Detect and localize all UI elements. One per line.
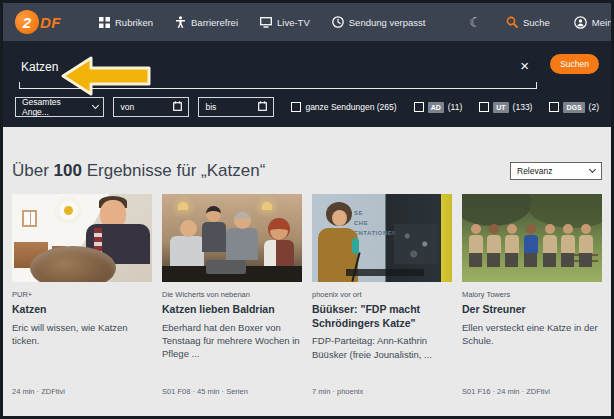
- thumbnail-art: [542, 224, 557, 270]
- card-meta: S01 F08 · 45 min · Serien: [162, 387, 302, 400]
- category-dropdown[interactable]: Gesamtes Ange...: [15, 97, 104, 117]
- dgs-badge: DGS: [563, 102, 584, 113]
- card-meta: 7 min · phoenix: [312, 387, 452, 400]
- thumbnail-art: [504, 224, 519, 270]
- nav-item-live-tv[interactable]: Live-TV: [260, 17, 310, 28]
- thumbnail-art: [468, 224, 483, 270]
- result-card[interactable]: PUR+ Katzen Eric will wissen, wie Katzen…: [12, 194, 152, 400]
- zdf-logo[interactable]: 2 DF: [15, 10, 61, 34]
- search-icon: [506, 16, 518, 28]
- thumbnail-art: [64, 206, 73, 215]
- checkbox-icon[interactable]: [414, 102, 424, 112]
- filter-count: (133): [513, 102, 533, 112]
- card-description: Eberhard hat den Boxer von Tenstaag für …: [162, 321, 302, 361]
- user-icon: [574, 16, 587, 29]
- nav-label: Barrierefrei: [191, 17, 238, 28]
- thumbnail-art: [560, 224, 575, 270]
- navbar-right: ☾ Suche Mein ZDF: [469, 15, 614, 29]
- search-input-underline[interactable]: [19, 82, 537, 89]
- nav-label: Rubriken: [115, 17, 153, 28]
- search-input[interactable]: Katzen: [21, 60, 58, 74]
- results-header: Über 100 Ergebnisse für „Katzen“ Relevan…: [12, 161, 602, 181]
- nav-label: Mein ZDF: [592, 17, 614, 28]
- thumbnail-art: [22, 210, 37, 227]
- search-submit-button[interactable]: Suchen: [550, 54, 599, 74]
- calendar-icon: [173, 101, 182, 113]
- filter-whole-shows[interactable]: ganze Sendungen (265): [291, 102, 396, 112]
- ut-badge: UT: [493, 102, 508, 113]
- category-dropdown-value: Gesamtes Ange...: [22, 97, 87, 117]
- thumbnail-art: [394, 224, 438, 264]
- card-thumbnail[interactable]: [162, 194, 302, 282]
- results-count: 100: [54, 161, 82, 180]
- date-from-field[interactable]: von: [113, 97, 189, 117]
- grid-icon: [99, 17, 110, 28]
- card-brand: Die Wicherts von nebenan: [162, 290, 302, 299]
- zdf-logo-circle: 2: [15, 10, 39, 34]
- thumbnail-art: [578, 224, 593, 270]
- result-card[interactable]: SE CHE ENTATIONEN phoenix vor ort Büükse…: [312, 194, 452, 400]
- annotation-arrow-icon: [61, 55, 153, 97]
- thumbnail-art: [346, 269, 424, 276]
- card-brand: phoenix vor ort: [312, 290, 452, 299]
- thumbnail-art: [528, 194, 602, 228]
- results-title-prefix: Über: [12, 161, 49, 180]
- filter-count: (2): [589, 102, 599, 112]
- date-to-placeholder: bis: [205, 102, 216, 112]
- checkbox-icon[interactable]: [479, 102, 489, 112]
- card-description: Eric will wissen, wie Katzen ticken.: [12, 321, 152, 348]
- card-brand: PUR+: [12, 290, 152, 299]
- nav-label: Suche: [523, 17, 550, 28]
- thumbnail-art: [262, 202, 272, 210]
- filter-count: (11): [448, 102, 463, 112]
- nav-item-mein-zdf[interactable]: Mein ZDF: [574, 16, 614, 29]
- moon-icon[interactable]: ☾: [469, 15, 482, 29]
- sort-dropdown-value: Relevanz: [517, 166, 552, 176]
- results-title-suffix: Ergebnisse für „Katzen“: [87, 161, 266, 180]
- card-title[interactable]: Katzen: [12, 303, 152, 317]
- card-thumbnail[interactable]: [12, 194, 152, 282]
- date-to-field[interactable]: bis: [198, 97, 274, 117]
- chevron-down-icon: [92, 102, 99, 109]
- thumbnail-art: [180, 220, 197, 237]
- thumbnail-art: [352, 238, 359, 254]
- checkbox-icon[interactable]: [291, 102, 301, 112]
- card-description: Ellen versteckt eine Katze in der Schule…: [462, 321, 602, 348]
- nav-item-rubriken[interactable]: Rubriken: [99, 17, 153, 28]
- results-grid: PUR+ Katzen Eric will wissen, wie Katzen…: [12, 194, 602, 400]
- nav-item-suche[interactable]: Suche: [506, 16, 550, 28]
- filter-ut[interactable]: UT (133): [479, 102, 532, 113]
- card-title[interactable]: Der Streuner: [462, 303, 602, 317]
- card-thumbnail[interactable]: SE CHE ENTATIONEN: [312, 194, 452, 282]
- thumbnail-art: [486, 224, 501, 270]
- nav-label: Sendung verpasst: [349, 17, 426, 28]
- card-meta: S01 F16 · 24 min · ZDFtivi: [462, 387, 602, 400]
- thumbnail-art: [30, 246, 116, 282]
- filter-label: ganze Sendungen (265): [305, 102, 396, 112]
- calendar-icon: [258, 101, 267, 113]
- filter-ad[interactable]: AD (11): [414, 102, 463, 113]
- date-from-placeholder: von: [120, 102, 134, 112]
- thumbnail-art: [270, 222, 288, 240]
- card-title[interactable]: Büükser: "FDP macht Schrödingers Katze": [312, 303, 452, 330]
- clear-search-icon[interactable]: ×: [520, 58, 529, 73]
- card-brand: Malory Towers: [462, 290, 602, 299]
- nav-item-sendung-verpasst[interactable]: Sendung verpasst: [332, 16, 426, 28]
- filter-dgs[interactable]: DGS (2): [549, 102, 599, 113]
- card-description: FDP-Parteitag: Ann-Kathrin Büüsker (frei…: [312, 334, 452, 361]
- thumbnail-art: [206, 206, 221, 222]
- checkbox-icon[interactable]: [549, 102, 559, 112]
- thumbnail-art: [226, 228, 258, 260]
- thumbnail-art: [178, 202, 188, 210]
- thumbnail-art: [206, 260, 246, 274]
- result-card[interactable]: Die Wicherts von nebenan Katzen lieben B…: [162, 194, 302, 400]
- card-thumbnail[interactable]: [462, 194, 602, 282]
- chevron-down-icon: [589, 166, 596, 173]
- result-card[interactable]: Malory Towers Der Streuner Ellen verstec…: [462, 194, 602, 400]
- search-bar: Katzen × Suchen: [15, 51, 599, 91]
- card-title[interactable]: Katzen lieben Baldrian: [162, 303, 302, 317]
- nav-item-barrierefrei[interactable]: Barrierefrei: [175, 16, 238, 28]
- nav-label: Live-TV: [277, 17, 310, 28]
- sort-dropdown[interactable]: Relevanz: [510, 162, 602, 180]
- tv-icon: [260, 17, 272, 28]
